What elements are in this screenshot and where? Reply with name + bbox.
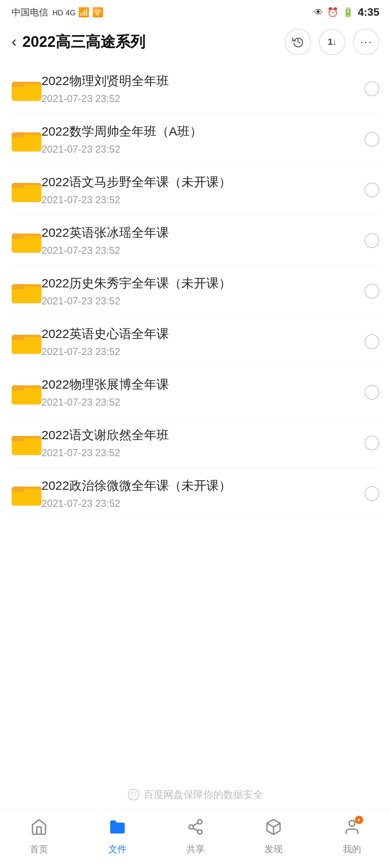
battery-icon: 🔋 bbox=[342, 7, 354, 18]
signal-4g: 4G bbox=[66, 9, 76, 17]
nav-share[interactable]: 共享 bbox=[171, 818, 220, 856]
header-left: ‹ 2022高三高途系列 bbox=[12, 32, 145, 52]
nav-files-label: 文件 bbox=[108, 843, 127, 856]
nav-mine[interactable]: ★ 我的 bbox=[327, 818, 377, 856]
svg-rect-11 bbox=[12, 233, 24, 239]
folder-date: 2021-07-23 23:52 bbox=[42, 93, 356, 105]
folder-icon bbox=[12, 481, 42, 506]
eye-icon: 👁 bbox=[314, 7, 323, 18]
mine-icon: ★ bbox=[343, 818, 361, 840]
folder-info: 2022英语张冰瑶全年课 2021-07-23 23:52 bbox=[42, 224, 356, 256]
list-item[interactable]: 2022英语张冰瑶全年课 2021-07-23 23:52 bbox=[12, 215, 379, 266]
folder-select-radio[interactable] bbox=[364, 182, 379, 197]
status-time: 4:35 bbox=[358, 6, 379, 19]
folder-info: 2022英语史心语全年课 2021-07-23 23:52 bbox=[42, 326, 356, 357]
wifi-icon: 🛜 bbox=[92, 7, 103, 17]
status-right: 👁 ⏰ 🔋 4:35 bbox=[314, 6, 379, 19]
folder-date: 2021-07-23 23:52 bbox=[42, 245, 356, 256]
folder-icon bbox=[12, 430, 42, 456]
folder-info: 2022政治徐微微全年课（未开课） 2021-07-23 23:52 bbox=[42, 477, 356, 509]
folder-info: 2022物理刘贤明全年班 2021-07-23 23:52 bbox=[42, 73, 356, 105]
folder-date: 2021-07-23 23:52 bbox=[42, 346, 356, 357]
folder-select-radio[interactable] bbox=[364, 486, 379, 501]
folder-name: 2022政治徐微微全年课（未开课） bbox=[42, 477, 356, 494]
folder-icon bbox=[12, 278, 42, 304]
list-item[interactable]: 2022语文马步野全年课（未开课） 2021-07-23 23:52 bbox=[12, 165, 379, 215]
mine-badge: ★ bbox=[355, 816, 363, 824]
header-actions: 1↓ ··· bbox=[285, 29, 379, 55]
folder-name: 2022英语史心语全年课 bbox=[42, 326, 356, 343]
folder-date: 2021-07-23 23:52 bbox=[42, 295, 356, 307]
nav-discover-label: 发现 bbox=[264, 843, 283, 856]
list-item[interactable]: 2022历史朱秀宇全年课（未开课） 2021-07-23 23:52 bbox=[12, 266, 379, 316]
carrier-name: 中国电信 bbox=[12, 7, 48, 17]
nav-files[interactable]: 文件 bbox=[93, 818, 142, 856]
security-notice: 🛡 百度网盘保障你的数据安全 bbox=[0, 776, 391, 810]
folder-icon bbox=[12, 329, 42, 355]
alarm-icon: ⏰ bbox=[327, 7, 338, 18]
nav-home[interactable]: 首页 bbox=[14, 818, 64, 856]
nav-discover[interactable]: 发现 bbox=[249, 818, 298, 856]
folder-select-radio[interactable] bbox=[364, 385, 379, 400]
svg-rect-14 bbox=[12, 284, 24, 289]
nav-home-label: 首页 bbox=[30, 843, 48, 856]
folder-name: 2022语文马步野全年课（未开课） bbox=[42, 174, 356, 191]
share-icon bbox=[187, 818, 204, 840]
folder-select-radio[interactable] bbox=[364, 233, 379, 248]
list-item[interactable]: 2022政治徐微微全年课（未开课） 2021-07-23 23:52 bbox=[12, 468, 379, 519]
folder-icon bbox=[12, 76, 42, 102]
folder-name: 2022历史朱秀宇全年课（未开课） bbox=[42, 275, 356, 292]
folder-date: 2021-07-23 23:52 bbox=[42, 396, 356, 408]
folder-icon bbox=[12, 126, 42, 152]
bottom-nav: 首页 文件 共享 发现 bbox=[0, 810, 391, 868]
svg-line-30 bbox=[193, 828, 198, 831]
folder-select-radio[interactable] bbox=[364, 435, 379, 450]
back-button[interactable]: ‹ bbox=[12, 33, 17, 51]
folder-info: 2022历史朱秀宇全年课（未开课） 2021-07-23 23:52 bbox=[42, 275, 356, 307]
folder-date: 2021-07-23 23:52 bbox=[42, 498, 356, 509]
folder-icon bbox=[12, 379, 42, 405]
list-item[interactable]: 2022语文谢欣然全年班 2021-07-23 23:52 bbox=[12, 418, 379, 468]
nav-mine-label: 我的 bbox=[343, 843, 361, 856]
svg-rect-23 bbox=[12, 436, 24, 441]
nav-share-label: 共享 bbox=[186, 843, 205, 856]
folder-info: 2022语文谢欣然全年班 2021-07-23 23:52 bbox=[42, 427, 356, 459]
carrier-badges: HD bbox=[52, 9, 63, 17]
folder-select-radio[interactable] bbox=[364, 284, 379, 299]
history-button[interactable] bbox=[285, 29, 311, 55]
status-bar: 中国电信 HD 4G 📶 🛜 👁 ⏰ 🔋 4:35 bbox=[0, 0, 391, 23]
folder-select-radio[interactable] bbox=[364, 132, 379, 147]
discover-icon bbox=[265, 818, 282, 840]
header: ‹ 2022高三高途系列 1↓ ··· bbox=[0, 23, 391, 63]
signal-icon: 📶 bbox=[78, 7, 89, 17]
carrier-info: 中国电信 HD 4G 📶 🛜 bbox=[12, 6, 103, 19]
svg-line-31 bbox=[193, 823, 198, 826]
svg-rect-17 bbox=[12, 335, 24, 340]
list-item[interactable]: 2022英语史心语全年课 2021-07-23 23:52 bbox=[12, 316, 379, 367]
security-icon: 🛡 bbox=[128, 789, 139, 800]
list-item[interactable]: 2022物理刘贤明全年班 2021-07-23 23:52 bbox=[12, 63, 379, 114]
folder-name: 2022物理刘贤明全年班 bbox=[42, 73, 356, 90]
svg-rect-5 bbox=[12, 132, 24, 138]
folder-icon bbox=[12, 228, 42, 253]
folder-select-radio[interactable] bbox=[364, 81, 379, 96]
folder-info: 2022语文马步野全年课（未开课） 2021-07-23 23:52 bbox=[42, 174, 356, 206]
folder-date: 2021-07-23 23:52 bbox=[42, 194, 356, 206]
sort-button[interactable]: 1↓ bbox=[319, 29, 345, 55]
list-item[interactable]: 2022数学周帅全年班（A班） 2021-07-23 23:52 bbox=[12, 114, 379, 165]
folder-info: 2022数学周帅全年班（A班） 2021-07-23 23:52 bbox=[42, 123, 356, 155]
folder-info: 2022物理张展博全年课 2021-07-23 23:52 bbox=[42, 376, 356, 408]
folder-name: 2022语文谢欣然全年班 bbox=[42, 427, 356, 444]
home-icon bbox=[30, 818, 48, 840]
more-button[interactable]: ··· bbox=[353, 29, 379, 55]
files-icon bbox=[109, 818, 126, 840]
folder-name: 2022物理张展博全年课 bbox=[42, 376, 356, 393]
folder-select-radio[interactable] bbox=[364, 334, 379, 349]
folder-date: 2021-07-23 23:52 bbox=[42, 447, 356, 459]
security-text: 百度网盘保障你的数据安全 bbox=[144, 788, 263, 801]
svg-rect-26 bbox=[12, 486, 24, 492]
folder-list: 2022物理刘贤明全年班 2021-07-23 23:52 2022数学周帅全年… bbox=[0, 63, 391, 776]
folder-icon bbox=[12, 177, 42, 203]
folder-name: 2022英语张冰瑶全年课 bbox=[42, 224, 356, 241]
list-item[interactable]: 2022物理张展博全年课 2021-07-23 23:52 bbox=[12, 367, 379, 418]
